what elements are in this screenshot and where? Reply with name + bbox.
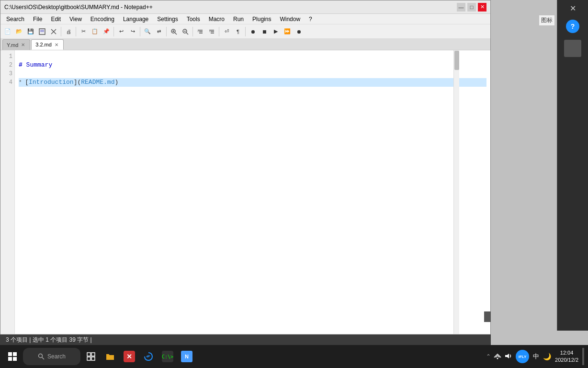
toolbar-redo[interactable]: ↪ [127, 26, 138, 37]
taskbar-right: ⌃ iFLY 中 🌙 12:04 2020/12/2 [486, 348, 584, 365]
menu-window[interactable]: Window [276, 15, 304, 23]
taskbar-explorer[interactable] [102, 348, 119, 365]
toolbar-save[interactable]: 💾 [25, 26, 36, 37]
scroll-thumb[interactable] [454, 51, 459, 70]
toolbar-macro-play[interactable]: ▶ [271, 26, 281, 37]
notepad-window: C:\Users\OS\Desktop\gitbook\SUMMARY.md -… [0, 0, 491, 345]
minimize-button[interactable]: — [457, 3, 465, 12]
toolbar-findreplace[interactable]: ⇄ [154, 26, 164, 37]
editor-content[interactable]: # Summary * [Introduction](README.md) [15, 50, 490, 334]
toolbar-paste[interactable]: 📌 [101, 26, 112, 37]
tab-close-summary[interactable]: ✕ [20, 42, 26, 47]
toolbar-sep-4 [140, 27, 140, 36]
svg-rect-24 [91, 353, 95, 356]
svg-point-21 [38, 354, 42, 358]
taskbar-app-red[interactable]: ✕ [121, 348, 138, 365]
taskbar-search-button[interactable]: Search [23, 348, 80, 365]
maximize-button[interactable]: □ [467, 3, 476, 12]
svg-marker-28 [505, 354, 509, 358]
menu-run[interactable]: Run [229, 15, 248, 23]
toolbar-macro-save[interactable]: ⏺ [294, 26, 304, 37]
toolbar-show-all[interactable]: ¶ [233, 26, 243, 37]
menu-edit[interactable]: Edit [47, 15, 65, 23]
taskbar-notepadpp[interactable]: N [178, 348, 195, 365]
taskbar-terminal[interactable]: C:\> [159, 348, 176, 365]
code-line-2: # Summary [19, 61, 486, 69]
summary-text: Summary [23, 61, 52, 69]
show-desktop-button[interactable] [582, 348, 584, 365]
editor-area: 1 2 3 4 # Summary * [Introduction](READM… [0, 50, 490, 334]
clock-time: 12:04 [555, 349, 578, 356]
menu-bar: Search File Edit View Encoding Language … [0, 14, 490, 24]
toolbar-unindent[interactable] [206, 26, 217, 37]
paren-close: ) [114, 79, 118, 86]
code-line-1 [19, 52, 486, 61]
menu-view[interactable]: View [66, 15, 86, 23]
toolbar-macro-record[interactable]: ⏺ [248, 26, 258, 37]
menu-file[interactable]: File [29, 15, 46, 23]
svg-line-22 [42, 357, 44, 360]
taskbar-taskview[interactable] [82, 348, 100, 365]
toolbar-macro-stop[interactable]: ⏹ [259, 26, 270, 37]
svg-point-27 [497, 357, 498, 359]
right-panel-widget [564, 40, 581, 57]
menu-settings[interactable]: Settings [153, 15, 181, 23]
menu-language[interactable]: Language [119, 15, 152, 23]
toolbar-zoom-in[interactable] [169, 26, 179, 37]
notif-scroll-right[interactable] [484, 311, 491, 322]
title-bar: C:\Users\OS\Desktop\gitbook\SUMMARY.md -… [0, 0, 490, 14]
tray-expand[interactable]: ⌃ [486, 353, 491, 360]
toolbar-wordwrap[interactable]: ⏎ [221, 26, 232, 37]
toolbar-sep-6 [192, 27, 193, 36]
menu-encoding[interactable]: Encoding [87, 15, 118, 23]
toolbar-open[interactable]: 📂 [14, 26, 24, 37]
toolbar-copy[interactable]: 📋 [90, 26, 100, 37]
menu-macro[interactable]: Macro [205, 15, 228, 23]
toolbar-sep-8 [245, 27, 246, 36]
tab-3-2-md[interactable]: 3.2.md ✕ [31, 39, 64, 50]
window-title: C:\Users\OS\Desktop\gitbook\SUMMARY.md -… [4, 4, 153, 11]
tray-volume[interactable] [504, 353, 512, 361]
bracket-close: ]( [74, 79, 81, 86]
toolbar-zoom-out[interactable] [180, 26, 191, 37]
tab-summary-md[interactable]: Y.md ✕ [2, 39, 30, 50]
line-num-3: 3 [0, 69, 12, 78]
toolbar-print[interactable]: 🖨 [63, 26, 74, 37]
toolbar-find[interactable]: 🔍 [142, 26, 153, 37]
toolbar-indent[interactable] [195, 26, 205, 37]
taskbar-clock[interactable]: 12:04 2020/12/2 [555, 349, 578, 364]
tray-moon[interactable]: 🌙 [543, 353, 551, 360]
svg-rect-25 [87, 357, 90, 360]
tab-close-3-2[interactable]: ✕ [54, 42, 59, 47]
vertical-scrollbar[interactable] [453, 50, 459, 334]
menu-search[interactable]: Search [2, 15, 28, 23]
toolbar-undo[interactable]: ↩ [116, 26, 126, 37]
toolbar-sep-5 [166, 27, 167, 36]
start-button[interactable] [4, 348, 21, 365]
link-url: README.md [81, 79, 114, 86]
line-num-4: 4 [0, 78, 12, 87]
link-text: Introduction [29, 79, 74, 86]
right-panel-close-button[interactable]: ✕ [570, 4, 576, 13]
toolbar-cut[interactable]: ✂ [78, 26, 89, 37]
tray-input-method[interactable]: 中 [533, 352, 539, 361]
close-button[interactable]: ✕ [478, 3, 486, 12]
taskbar-edge[interactable] [140, 348, 157, 365]
toolbar-new[interactable]: 📄 [2, 26, 13, 37]
toolbar-saveall[interactable] [37, 26, 47, 37]
line-num-2: 2 [0, 61, 12, 69]
menu-help[interactable]: ? [305, 15, 316, 23]
notification-text: 3 个项目 | 选中 1 个项目 39 字节 | [6, 336, 92, 344]
toolbar: 📄 📂 💾 🖨 ✂ 📋 📌 ↩ ↪ 🔍 ⇄ [0, 24, 490, 39]
tray-network[interactable] [494, 353, 501, 361]
menu-plugins[interactable]: Plugins [249, 15, 275, 23]
toolbar-macro-run[interactable]: ⏩ [282, 26, 293, 37]
svg-rect-18 [13, 352, 17, 356]
right-panel-help-button[interactable]: ? [566, 20, 579, 33]
menu-tools[interactable]: Tools [183, 15, 204, 23]
toolbar-close[interactable] [48, 26, 59, 37]
tab-label-summary: Y.md [7, 42, 18, 48]
tray-ifly[interactable]: iFLY [516, 350, 529, 363]
bullet-symbol: * [19, 80, 25, 85]
line-numbers: 1 2 3 4 [0, 50, 15, 334]
